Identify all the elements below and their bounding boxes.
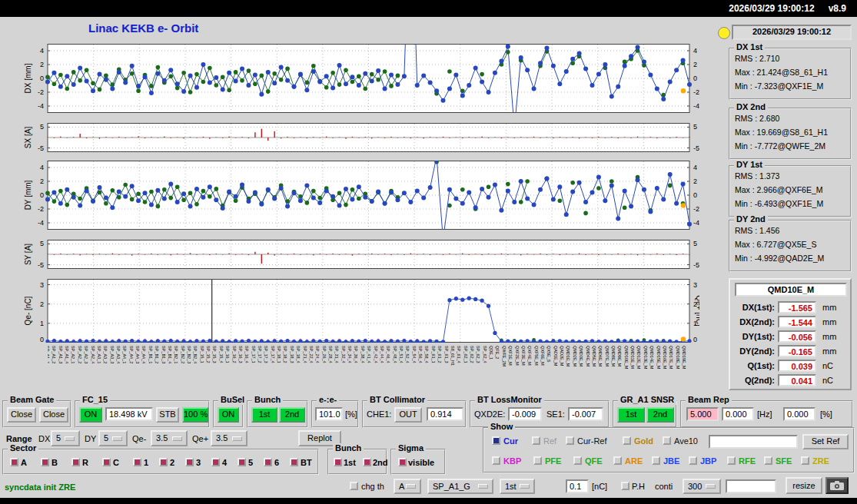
ee-ratio-unit: [%] [345, 410, 357, 419]
ph-checkbox[interactable] [621, 482, 629, 490]
svg-text:0: 0 [693, 191, 697, 199]
chg-th-label: chg th [361, 482, 384, 492]
bunch-2nd-checkbox[interactable] [363, 458, 371, 466]
beam-gate-close-1-button[interactable]: Close [7, 407, 36, 423]
beam-gate-close-2-button[interactable]: Close [39, 407, 68, 423]
group-title: e-:e- [317, 395, 339, 405]
sector-2-checkbox[interactable] [159, 458, 168, 466]
sector-r-checkbox[interactable] [71, 458, 80, 466]
stat-group-title: DX 2nd [734, 102, 768, 112]
bpm-row-value: 0.039 [778, 360, 816, 372]
show-cur-ref-checkbox[interactable] [566, 436, 574, 445]
bunch-select-group: Bunch 1st 2nd [327, 449, 387, 475]
svg-text:5: 5 [693, 240, 697, 247]
show-zre-checkbox[interactable] [801, 456, 809, 465]
titlebar-datetime: 2026/03/29 19:00:12 [729, 3, 814, 14]
sigma-group: Sigma visible [390, 449, 446, 475]
show-gold-checkbox[interactable] [623, 436, 631, 445]
resize-button[interactable]: resize [786, 477, 822, 494]
svg-text:0: 0 [40, 191, 44, 199]
show-cur-label: Cur [503, 436, 518, 446]
sector-4-label: 4 [222, 458, 227, 468]
show-are-checkbox[interactable] [613, 456, 622, 465]
sector-5-checkbox[interactable] [238, 458, 246, 466]
bunch-1st-checkbox[interactable] [334, 458, 342, 466]
interval-select[interactable]: 300 [683, 479, 721, 494]
show-jbe-checkbox[interactable] [652, 456, 660, 465]
misc-input[interactable] [726, 479, 776, 493]
range-dy-select[interactable]: 5 [98, 430, 128, 446]
busel-on-button[interactable]: ON [218, 407, 239, 423]
svg-text:-2: -2 [38, 88, 44, 96]
bpm-row-label: DX(1st): [732, 303, 775, 312]
sector-bt-label: BT [301, 458, 312, 468]
svg-text:-5: -5 [693, 144, 699, 152]
sector-c-checkbox[interactable] [102, 458, 111, 466]
sigma-visible-checkbox[interactable] [398, 458, 407, 466]
stat-rms: RMS : 2.680 [735, 114, 779, 124]
range-dx-label: DX [38, 434, 50, 444]
titlebar-version: v8.9 [829, 3, 846, 14]
sector-4-checkbox[interactable] [211, 458, 220, 466]
sector-b-checkbox[interactable] [41, 458, 49, 466]
sector-r-label: R [82, 458, 88, 468]
che1-label: CHE1: [367, 410, 391, 419]
show-ref-checkbox[interactable] [532, 436, 540, 445]
sector-1-label: 1 [144, 458, 148, 468]
bpm-row-unit: mm [822, 332, 836, 342]
svg-text:SY [A]: SY [A] [24, 244, 32, 265]
bpm-row-value: -0.056 [778, 330, 816, 343]
svg-text:-2: -2 [693, 205, 699, 213]
che1-out-button[interactable]: OUT [394, 407, 422, 423]
gr-a1-2nd-button[interactable]: 2nd [646, 407, 674, 423]
show-jbe-label: JBE [663, 456, 679, 466]
bunch-1st-button[interactable]: 1st [251, 407, 277, 423]
show-cur-ref-label: Cur-Ref [577, 436, 607, 446]
stat-min: Min : -7.323@QXF1E_M [735, 81, 823, 91]
bunch-2nd-button[interactable]: 2nd [279, 407, 305, 423]
svg-text:-4: -4 [38, 219, 44, 227]
beam-gate-group: Beam Gate Close Close [2, 400, 71, 428]
stat-max: Max : 19.669@S8_61_H1 [735, 128, 828, 138]
svg-text:-4: -4 [693, 219, 699, 227]
range-dx-select[interactable]: 5 [51, 430, 80, 446]
bunch-number-select[interactable]: 1st [500, 479, 535, 494]
sector-3-checkbox[interactable] [185, 458, 194, 466]
show-qfe-checkbox[interactable] [573, 456, 582, 465]
bunch-1st-label: 1st [344, 458, 356, 468]
show-sfe-checkbox[interactable] [764, 456, 772, 465]
range-qep-select[interactable]: 3.5 [211, 430, 247, 446]
sector-1-checkbox[interactable] [133, 458, 141, 466]
gr-a1-1st-button[interactable]: 1st [617, 407, 645, 423]
show-cur-checkbox[interactable] [492, 436, 500, 445]
fc15-on-button[interactable]: ON [79, 407, 102, 423]
ref-file-input[interactable] [709, 435, 798, 449]
show-ref-label: Ref [543, 436, 556, 446]
fc15-kv-value: 18.498 kV [105, 407, 153, 421]
range-qem-select[interactable]: 3.5 [151, 430, 188, 446]
set-ref-button[interactable]: Set Ref [802, 434, 849, 449]
chg-th-checkbox[interactable] [350, 482, 358, 490]
fc15-stb-button[interactable]: STB [156, 407, 179, 423]
svg-text:DY [mm]: DY [mm] [24, 180, 32, 210]
show-ave10-checkbox[interactable] [663, 436, 671, 445]
screenshot-button[interactable] [825, 477, 849, 494]
sector-a-checkbox[interactable] [10, 458, 18, 466]
bpm-select[interactable]: SP_A1_G [427, 479, 493, 494]
show-pfe-checkbox[interactable] [533, 456, 542, 465]
bpm-row-label: DX(2nd): [732, 317, 775, 327]
show-kbp-checkbox[interactable] [492, 456, 500, 465]
sector-select[interactable]: A [394, 479, 421, 494]
threshold-value[interactable]: 0.1 [566, 479, 589, 493]
show-jbp-checkbox[interactable] [689, 456, 697, 465]
group-title: FC_15 [80, 395, 110, 405]
ee-ratio-group: e-:e- 101.0 [%] [311, 400, 359, 428]
stat-max: Max : 6.727@QX5E_S [735, 240, 816, 250]
svg-text:2: 2 [693, 177, 697, 185]
bpm-row-value: -1.544 [778, 316, 816, 328]
show-rfe-checkbox[interactable] [727, 456, 736, 465]
svg-text:3: 3 [40, 281, 44, 289]
sector-6-checkbox[interactable] [264, 458, 272, 466]
stat-min: Min : -7.772@QWFE_2M [735, 141, 825, 151]
sector-bt-checkbox[interactable] [290, 458, 298, 466]
